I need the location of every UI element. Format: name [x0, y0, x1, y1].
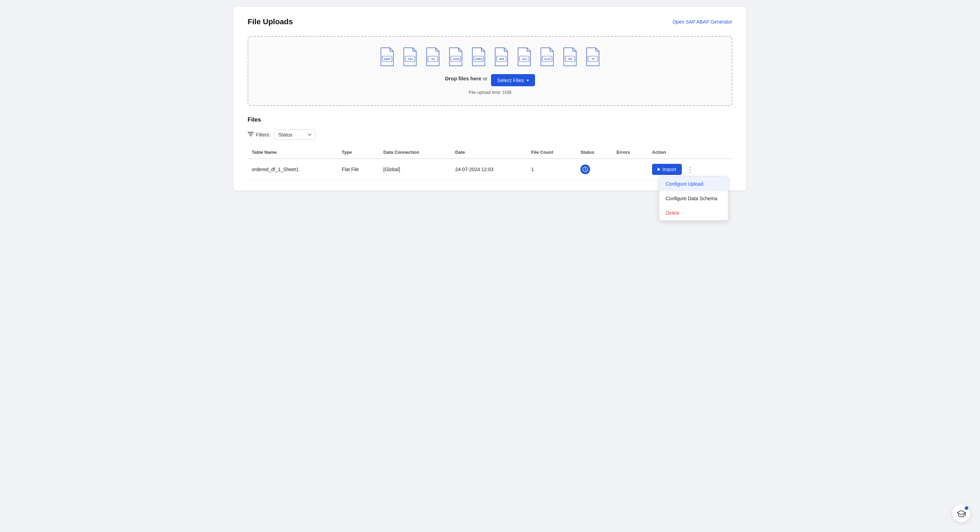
configure-data-schema-item[interactable]: Configure Data Schema — [659, 191, 728, 206]
filter-icon — [248, 132, 254, 137]
files-section: Files Filters: Status All Processing Com… — [248, 116, 732, 180]
file-icon-csv: .CSV — [402, 47, 418, 67]
svg-text:.XES: .XES — [499, 58, 504, 60]
table-row: ordered_df_1_Sheet1 Flat File [Global] 2… — [248, 159, 732, 180]
cell-type: Flat File — [337, 159, 379, 180]
svg-text:.JSON: .JSON — [452, 58, 459, 60]
file-icon-7z: .7Z — [584, 47, 601, 67]
col-data-connection: Data Connection — [379, 146, 451, 159]
select-files-button[interactable]: Select Files ▾ — [491, 74, 535, 86]
col-errors: Errors — [612, 146, 648, 159]
open-sap-link[interactable]: Open SAP ABAP Generator — [673, 19, 732, 25]
cell-file-count: 1 — [527, 159, 577, 180]
cell-table-name: ordered_df_1_Sheet1 — [248, 159, 337, 180]
status-filter-select[interactable]: Status All Processing Completed Error — [274, 129, 315, 140]
svg-text:ABAP: ABAP — [384, 58, 391, 60]
help-notification-dot — [965, 507, 968, 510]
delete-item[interactable]: Delete — [659, 206, 728, 220]
filters-label: Filters: — [248, 132, 270, 137]
status-processing-icon — [581, 164, 590, 174]
upload-limit-text: File upload limit: 1GB — [255, 90, 725, 95]
svg-text:.XLSX: .XLSX — [544, 58, 551, 60]
file-icon-json: .JSON — [447, 47, 464, 67]
file-icon-abap: ABAP — [379, 47, 396, 67]
col-status: Status — [576, 146, 612, 159]
cell-errors — [612, 159, 648, 180]
help-button[interactable] — [952, 504, 970, 522]
col-type: Type — [337, 146, 379, 159]
cell-action: Import ⋮ Configure Upload Configure Data… — [648, 159, 732, 180]
svg-text:.GZ: .GZ — [431, 58, 435, 60]
file-icon-xes: .XES — [493, 47, 510, 67]
more-icon: ⋮ — [687, 166, 694, 173]
file-icon-gz: .GZ — [425, 47, 441, 67]
col-action: Action — [648, 146, 732, 159]
action-cell: Import ⋮ Configure Upload Configure Data… — [652, 164, 728, 175]
svg-text:.7Z: .7Z — [591, 58, 595, 60]
svg-text:.ZIP: .ZIP — [568, 58, 573, 60]
file-icon-xlsx: .XLSX — [539, 47, 555, 67]
page-header: File Uploads Open SAP ABAP Generator — [248, 18, 732, 26]
svg-text:.PARQ: .PARQ — [475, 58, 482, 61]
svg-text:.XLS: .XLS — [522, 58, 527, 60]
filters-row: Filters: Status All Processing Completed… — [248, 129, 732, 140]
col-file-count: File Count — [527, 146, 577, 159]
files-table: Table Name Type Data Connection Date Fil… — [248, 146, 732, 180]
graduation-cap-icon — [956, 508, 966, 518]
drop-zone-text: Drop files here or — [445, 75, 488, 81]
page-container: File Uploads Open SAP ABAP Generator ABA… — [234, 7, 746, 191]
file-icons-row: ABAP .CSV .GZ — [255, 47, 725, 67]
file-icon-parq: .PARQ — [470, 47, 487, 67]
play-icon — [658, 168, 660, 171]
cell-status — [576, 159, 612, 180]
action-dropdown-menu: Configure Upload Configure Data Schema D… — [659, 176, 728, 221]
configure-upload-item[interactable]: Configure Upload — [659, 177, 728, 191]
chevron-down-icon: ▾ — [527, 78, 529, 83]
table-header-row: Table Name Type Data Connection Date Fil… — [248, 146, 732, 159]
col-table-name: Table Name — [248, 146, 337, 159]
svg-text:.CSV: .CSV — [407, 58, 413, 60]
cell-date: 24-07-2024 12:03 — [451, 159, 527, 180]
more-options-button[interactable]: ⋮ — [685, 164, 696, 175]
drop-zone[interactable]: ABAP .CSV .GZ — [248, 36, 732, 106]
col-date: Date — [451, 146, 527, 159]
file-icon-zip: .ZIP — [562, 47, 578, 67]
cell-data-connection: [Global] — [379, 159, 451, 180]
import-button[interactable]: Import — [652, 164, 682, 175]
files-section-title: Files — [248, 116, 732, 123]
file-icon-xls: .XLS — [516, 47, 533, 67]
page-title: File Uploads — [248, 18, 293, 26]
